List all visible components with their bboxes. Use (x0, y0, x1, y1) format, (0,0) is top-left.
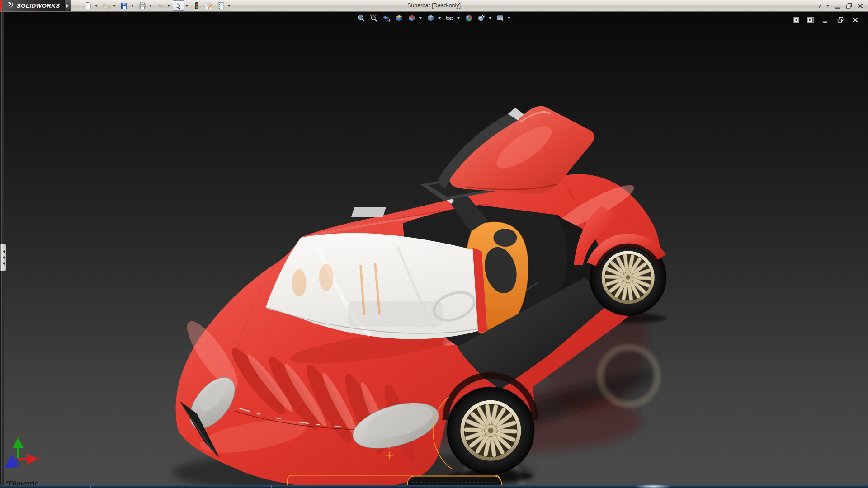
edit-annotation-button[interactable] (203, 0, 215, 11)
svg-text:X: X (37, 456, 41, 463)
help-button[interactable]: ? (815, 0, 825, 11)
restore-icon (845, 2, 853, 10)
close-window-button[interactable] (855, 0, 865, 11)
options-dropdown-icon[interactable] (228, 5, 231, 7)
hide-show-items-icon (446, 14, 454, 22)
reference-triad: Y X Z (3, 436, 46, 477)
view-orientation-icon (408, 14, 416, 22)
previous-view-icon (382, 14, 391, 22)
window-controls: ? (815, 0, 865, 11)
svg-text:Y: Y (17, 436, 20, 441)
print-button[interactable] (137, 0, 148, 11)
document-window-controls (790, 14, 861, 25)
print-icon (138, 2, 146, 10)
heads-up-view-toolbar (355, 13, 513, 23)
minimize-icon (834, 2, 842, 10)
zoom-fit-icon (357, 14, 365, 22)
new-document-button[interactable] (82, 0, 94, 11)
select-button[interactable] (173, 0, 184, 11)
restore-window-button[interactable] (844, 0, 854, 11)
undo-icon (156, 2, 165, 10)
help-dropdown-icon[interactable] (826, 5, 829, 7)
stoplight-icon (193, 2, 201, 10)
front-grille-right[interactable] (408, 476, 502, 485)
dassault-logo-icon (5, 1, 14, 10)
open-dropdown-icon[interactable] (113, 5, 116, 7)
options-button[interactable] (215, 0, 227, 11)
view-settings-dropdown-icon[interactable] (508, 17, 510, 19)
save-button[interactable] (118, 0, 130, 11)
display-style-dropdown-icon[interactable] (438, 17, 441, 19)
edit-appearance-button[interactable] (463, 13, 475, 23)
apply-scene-dropdown-icon[interactable] (489, 17, 491, 19)
brand-name: SOLIDWORKS (17, 2, 60, 9)
section-view-icon (395, 14, 403, 22)
view-settings-icon (496, 14, 505, 22)
minimize-window-button[interactable] (833, 0, 843, 11)
solidworks-logo: SOLIDWORKS (2, 0, 64, 11)
undo-dropdown-icon[interactable] (167, 5, 170, 7)
undo-button (155, 0, 166, 11)
display-style-icon (427, 14, 435, 22)
title-bar: SOLIDWORKS Supercar [Read-only] ? (0, 0, 868, 12)
menu-flyout-button[interactable] (64, 0, 71, 11)
main-toolbar (82, 0, 233, 11)
zoom-to-fit-button[interactable] (355, 13, 367, 23)
display-style-button[interactable] (425, 13, 437, 23)
restore-document-button[interactable] (835, 14, 846, 25)
print-dropdown-icon[interactable] (149, 5, 152, 7)
taskbar-glow (635, 484, 671, 488)
zoom-area-icon (370, 14, 378, 22)
view-orientation-button[interactable] (406, 13, 418, 23)
restore-doc-icon (836, 16, 844, 24)
hide-show-items-dropdown-icon[interactable] (457, 17, 460, 19)
edit-appearance-icon (465, 14, 473, 22)
pane-right-icon (807, 16, 815, 24)
toggle-right-pane-button[interactable] (805, 14, 816, 25)
close-doc-icon (851, 16, 859, 24)
pane-left-icon (792, 16, 800, 24)
svg-text:Z: Z (4, 464, 8, 470)
interference-stoplight-button[interactable] (191, 0, 203, 11)
select-cursor-icon (175, 2, 183, 10)
options-icon (217, 2, 225, 10)
open-folder-icon (102, 2, 110, 10)
collapse-arrow-icon (3, 256, 5, 259)
collapse-arrow-icon (3, 262, 5, 265)
apply-scene-icon (477, 14, 486, 22)
save-dropdown-icon[interactable] (131, 5, 134, 7)
previous-view-button[interactable] (381, 13, 392, 23)
front-wheel[interactable] (447, 387, 534, 474)
close-document-button[interactable] (849, 14, 861, 25)
view-settings-button[interactable] (495, 13, 506, 23)
resize-grip[interactable]: ⸪ (863, 477, 866, 482)
help-icon: ? (816, 2, 824, 10)
zoom-to-area-button[interactable] (368, 13, 380, 23)
save-icon (120, 2, 128, 10)
open-button (100, 0, 112, 11)
panel-splitter-handle[interactable] (0, 244, 6, 271)
toggle-left-pane-button[interactable] (790, 14, 802, 25)
svg-text:?: ? (818, 2, 821, 9)
close-icon (856, 2, 864, 10)
new-document-icon (84, 2, 92, 10)
hide-show-items-button[interactable] (444, 13, 456, 23)
collapse-arrow-icon (3, 250, 5, 253)
view-orientation-dropdown-icon[interactable] (419, 17, 422, 19)
graphics-area[interactable] (0, 12, 868, 485)
edit-note-icon (205, 2, 213, 10)
select-dropdown-icon[interactable] (185, 5, 188, 7)
minimize-doc-icon (821, 16, 830, 24)
windows-taskbar-edge[interactable] (0, 485, 868, 488)
section-view-button[interactable] (393, 13, 405, 23)
minimize-document-button[interactable] (820, 14, 831, 25)
graphics-viewport[interactable]: Y X Z *Dimetric ⸪ (0, 12, 868, 485)
apply-scene-button[interactable] (476, 13, 487, 23)
flyout-arrow-icon (66, 4, 69, 8)
new-document-dropdown-icon[interactable] (95, 5, 98, 7)
